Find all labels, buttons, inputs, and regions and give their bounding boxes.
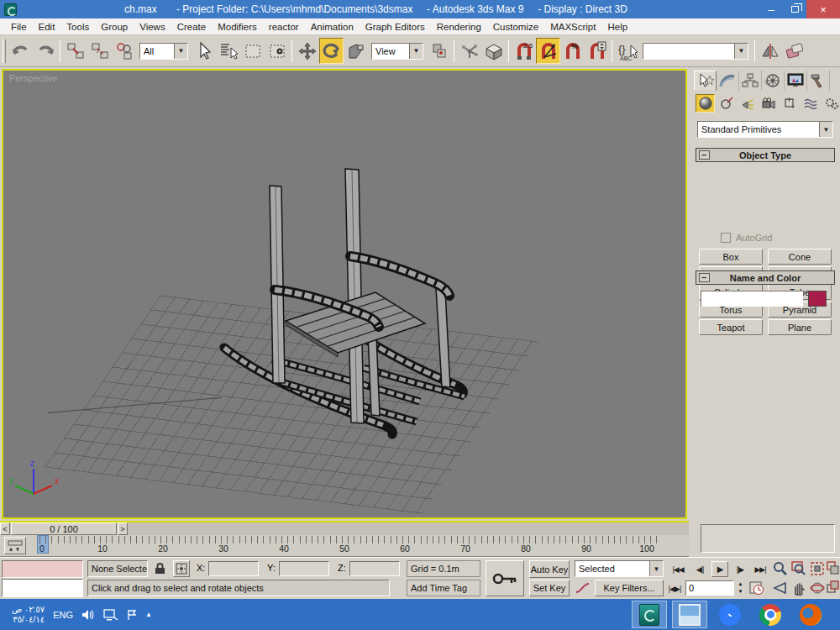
play-button[interactable]: ▶: [711, 561, 728, 577]
mini-curve-editor-button[interactable]: [4, 537, 26, 554]
reference-coordinate-dropdown[interactable]: View ▼: [371, 43, 423, 60]
object-color-swatch[interactable]: [808, 291, 827, 307]
add-time-tag[interactable]: Add Time Tag: [407, 580, 480, 596]
select-and-move-button[interactable]: [295, 38, 319, 64]
spinner-snap-toggle-button[interactable]: [585, 38, 609, 64]
taskbar-messenger-button[interactable]: [712, 601, 748, 628]
category-shapes-button[interactable]: [717, 94, 736, 113]
dropdown-arrow-icon[interactable]: ▼: [819, 122, 832, 137]
rocking-chair-model[interactable]: [3, 71, 685, 517]
bind-to-space-warp-button[interactable]: [112, 38, 136, 64]
field-of-view-button[interactable]: [773, 580, 790, 596]
volume-icon[interactable]: [81, 609, 95, 621]
menu-tools[interactable]: Tools: [60, 20, 95, 34]
category-cameras-button[interactable]: [759, 94, 778, 113]
category-space-warps-button[interactable]: [801, 94, 820, 113]
menu-create[interactable]: Create: [171, 20, 213, 34]
angle-snap-toggle-button[interactable]: [536, 38, 560, 64]
undo-button[interactable]: [8, 38, 33, 64]
key-mode-toggle-button[interactable]: |◀▶|: [665, 581, 684, 596]
menu-modifiers[interactable]: Modifiers: [212, 20, 263, 34]
named-selection-dropdown[interactable]: ▼: [643, 43, 748, 60]
taskbar-firefox-button[interactable]: [793, 601, 828, 628]
tab-hierarchy[interactable]: [739, 71, 762, 91]
time-slider-handle[interactable]: 0 / 100: [11, 522, 117, 535]
snap-toggle-button[interactable]: 2.5: [512, 38, 536, 64]
zoom-button[interactable]: [773, 561, 790, 577]
object-name-input[interactable]: [701, 291, 803, 307]
menu-graph-editors[interactable]: Graph Editors: [360, 20, 431, 34]
name-color-rollout-header[interactable]: Name and Color −: [696, 270, 835, 285]
menu-help[interactable]: Help: [601, 20, 633, 34]
menu-customize[interactable]: Customize: [487, 20, 544, 34]
menu-edit[interactable]: Edit: [33, 20, 61, 34]
select-by-name-button[interactable]: [216, 38, 240, 64]
select-and-link-button[interactable]: [63, 38, 87, 64]
menu-views[interactable]: Views: [134, 20, 171, 34]
tab-utilities[interactable]: [807, 71, 830, 91]
previous-frame-button[interactable]: ◀||: [690, 562, 709, 577]
keyboard-shortcut-override-button[interactable]: [481, 38, 506, 64]
menu-file[interactable]: File: [5, 20, 33, 34]
absolute-mode-transform-button[interactable]: [173, 560, 190, 577]
time-configuration-button[interactable]: [749, 580, 766, 596]
action-center-flag-icon[interactable]: [127, 609, 137, 621]
spinner-down-icon[interactable]: ▼: [736, 588, 745, 596]
minimize-button[interactable]: –: [759, 2, 783, 17]
taskbar-photo-viewer-button[interactable]: [672, 601, 707, 628]
maxscript-mini-listener-white[interactable]: [2, 579, 83, 597]
close-button[interactable]: ×: [806, 0, 840, 18]
menu-rendering[interactable]: Rendering: [431, 20, 487, 34]
align-button[interactable]: [782, 38, 806, 64]
dropdown-arrow-icon[interactable]: ▼: [174, 44, 187, 59]
zoom-extents-all-button[interactable]: [827, 561, 840, 577]
rectangular-selection-region-button[interactable]: [240, 38, 265, 64]
time-slider-prev-button[interactable]: <: [0, 522, 10, 535]
z-coordinate-field[interactable]: [349, 561, 400, 576]
dropdown-arrow-icon[interactable]: ▼: [409, 44, 423, 59]
go-to-end-button[interactable]: ▶▶|: [751, 562, 769, 577]
tab-motion[interactable]: [762, 71, 785, 91]
box-button[interactable]: Box: [699, 249, 763, 265]
auto-key-button[interactable]: Auto Key: [529, 560, 570, 578]
spinner-up-icon[interactable]: ▲: [736, 580, 745, 588]
autogrid-checkbox[interactable]: [721, 233, 731, 243]
dropdown-arrow-icon[interactable]: ▼: [734, 44, 748, 59]
menu-group[interactable]: Group: [95, 20, 134, 34]
category-helpers-button[interactable]: [780, 94, 799, 113]
menu-maxscript[interactable]: MAXScript: [544, 20, 601, 34]
perspective-viewport[interactable]: Perspective: [2, 69, 687, 519]
taskbar-3dsmax-button[interactable]: [632, 601, 667, 628]
show-hidden-icons-chevron[interactable]: ▲: [145, 611, 152, 618]
dropdown-arrow-icon[interactable]: ▼: [649, 561, 663, 576]
percent-snap-toggle-button[interactable]: %: [560, 38, 585, 64]
cone-button[interactable]: Cone: [768, 249, 832, 265]
set-key-button[interactable]: Set Key: [529, 580, 570, 596]
category-systems-button[interactable]: [822, 94, 840, 113]
tab-create[interactable]: [694, 71, 717, 91]
pan-button[interactable]: [791, 580, 808, 596]
category-lights-button[interactable]: [738, 94, 757, 113]
select-and-rotate-button[interactable]: [319, 38, 344, 64]
maximize-viewport-toggle-button[interactable]: [827, 580, 840, 596]
select-and-manipulate-button[interactable]: [457, 38, 481, 64]
object-type-rollout-header[interactable]: Object Type −: [696, 148, 835, 162]
arc-rotate-button[interactable]: [810, 580, 827, 596]
frame-spinner[interactable]: ▲ ▼: [736, 580, 745, 596]
selection-lock-toggle[interactable]: [151, 560, 168, 577]
y-coordinate-field[interactable]: [279, 561, 329, 576]
tab-modify[interactable]: [717, 71, 739, 91]
select-object-button[interactable]: [192, 38, 216, 64]
menu-reactor[interactable]: reactor: [263, 20, 305, 34]
category-geometry-button[interactable]: [696, 94, 715, 113]
x-coordinate-field[interactable]: [208, 561, 259, 576]
network-icon[interactable]: [103, 609, 118, 621]
teapot-button[interactable]: Teapot: [699, 319, 763, 335]
key-filters-button[interactable]: Key Filters...: [595, 580, 664, 596]
use-pivot-center-button[interactable]: [427, 38, 451, 64]
zoom-all-button[interactable]: [791, 561, 808, 577]
plane-button[interactable]: Plane: [768, 319, 832, 335]
restore-button[interactable]: [783, 2, 806, 17]
menu-animation[interactable]: Animation: [305, 20, 360, 34]
go-to-start-button[interactable]: |◀◀: [669, 562, 687, 577]
